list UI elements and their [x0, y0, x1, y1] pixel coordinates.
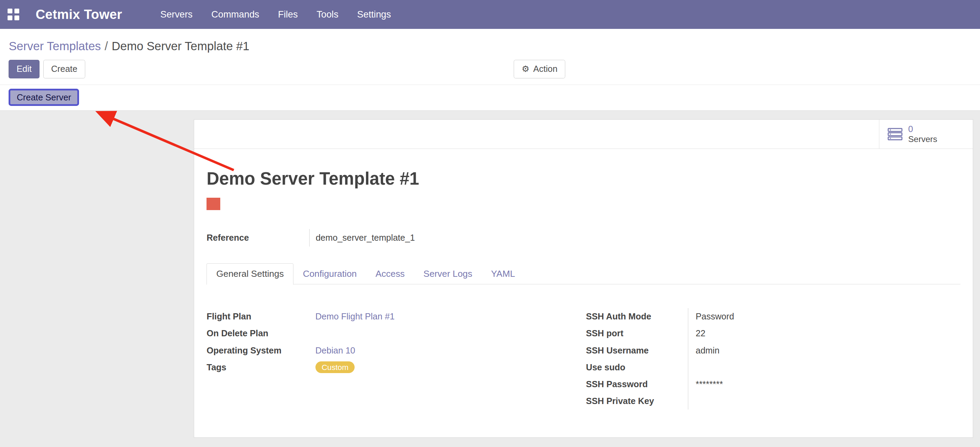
ssh-username-value: admin: [688, 342, 961, 359]
server-stack-icon: [888, 128, 903, 140]
field-label: Flight Plan: [207, 311, 315, 321]
field-label: Operating System: [207, 346, 315, 356]
field-tags: Tags Custom: [207, 359, 586, 376]
action-button-label: Action: [533, 64, 558, 74]
apps-grid-icon[interactable]: [8, 9, 19, 21]
menu-item-servers[interactable]: Servers: [151, 1, 202, 28]
edit-button[interactable]: Edit: [9, 60, 40, 79]
use-sudo-value: [688, 359, 961, 376]
tab-yaml[interactable]: YAML: [482, 263, 524, 284]
menu-item-files[interactable]: Files: [269, 1, 307, 28]
field-label: SSH Private Key: [586, 396, 687, 406]
flight-plan-link[interactable]: Demo Flight Plan #1: [315, 311, 395, 321]
ssh-port-value: 22: [688, 325, 961, 342]
tab-configuration[interactable]: Configuration: [293, 263, 366, 284]
tab-access[interactable]: Access: [366, 263, 414, 284]
gear-icon: ⚙: [522, 65, 530, 73]
menu-item-commands[interactable]: Commands: [202, 1, 269, 28]
color-swatch: [207, 198, 220, 210]
breadcrumb-current: Demo Server Template #1: [112, 40, 250, 53]
form-column-right: SSH Auth Mode Password SSH port 22 SSH U…: [586, 308, 961, 410]
create-server-button[interactable]: Create Server: [9, 89, 79, 106]
object-buttons-row: Create Server: [0, 85, 980, 111]
notebook-tabs: General Settings Configuration Access Se…: [207, 263, 961, 284]
control-panel: Server Templates/Demo Server Template #1…: [0, 29, 980, 85]
field-ssh-password: SSH Password ********: [586, 376, 961, 393]
record-sheet: 0 Servers Demo Server Template #1 Refere…: [194, 119, 973, 438]
breadcrumb-separator: /: [101, 40, 112, 53]
field-ssh-auth-mode: SSH Auth Mode Password: [586, 308, 961, 325]
servers-count: 0: [908, 124, 937, 134]
field-label: Use sudo: [586, 362, 687, 372]
general-settings-form: Flight Plan Demo Flight Plan #1 On Delet…: [207, 308, 961, 410]
breadcrumb-server-templates[interactable]: Server Templates: [9, 40, 101, 53]
field-ssh-username: SSH Username admin: [586, 342, 961, 359]
field-flight-plan: Flight Plan Demo Flight Plan #1: [207, 308, 586, 325]
field-ssh-private-key: SSH Private Key: [586, 393, 961, 410]
sheet-header: 0 Servers: [194, 120, 973, 149]
breadcrumb: Server Templates/Demo Server Template #1: [0, 29, 980, 59]
record-title: Demo Server Template #1: [207, 168, 961, 190]
field-label: SSH port: [586, 328, 687, 338]
ssh-private-key-value: [688, 393, 961, 410]
field-operating-system: Operating System Debian 10: [207, 342, 586, 359]
main-menu: Servers Commands Files Tools Settings: [151, 1, 400, 28]
control-buttons-row: Edit Create ⚙ Action: [0, 59, 980, 85]
field-separator: [309, 229, 310, 247]
field-on-delete-plan: On Delete Plan: [207, 325, 586, 342]
field-label: SSH Username: [586, 346, 687, 356]
ssh-password-value: ********: [688, 376, 961, 393]
servers-stat-button[interactable]: 0 Servers: [879, 120, 973, 148]
content-area: 0 Servers Demo Server Template #1 Refere…: [0, 111, 980, 444]
field-ssh-port: SSH port 22: [586, 325, 961, 342]
operating-system-link[interactable]: Debian 10: [315, 346, 355, 356]
top-navbar: Cetmix Tower Servers Commands Files Tool…: [0, 0, 980, 29]
menu-item-settings[interactable]: Settings: [348, 1, 400, 28]
create-button[interactable]: Create: [43, 60, 85, 79]
ssh-auth-mode-value: Password: [688, 308, 961, 325]
reference-value: demo_server_template_1: [316, 233, 415, 243]
tab-general-settings[interactable]: General Settings: [207, 263, 293, 285]
form-column-left: Flight Plan Demo Flight Plan #1 On Delet…: [207, 308, 586, 410]
reference-field: Reference demo_server_template_1: [207, 229, 961, 247]
tag-custom: Custom: [315, 361, 355, 374]
field-use-sudo: Use sudo: [586, 359, 961, 376]
field-label: SSH Password: [586, 379, 687, 389]
action-button[interactable]: ⚙ Action: [514, 60, 565, 79]
menu-item-tools[interactable]: Tools: [307, 1, 348, 28]
field-label: SSH Auth Mode: [586, 311, 687, 321]
sheet-body: Demo Server Template #1 Reference demo_s…: [194, 168, 973, 410]
tab-server-logs[interactable]: Server Logs: [414, 263, 482, 284]
field-label: On Delete Plan: [207, 328, 315, 338]
reference-label: Reference: [207, 233, 309, 243]
servers-label: Servers: [908, 134, 937, 144]
app-brand[interactable]: Cetmix Tower: [36, 7, 123, 22]
field-label: Tags: [207, 362, 315, 372]
